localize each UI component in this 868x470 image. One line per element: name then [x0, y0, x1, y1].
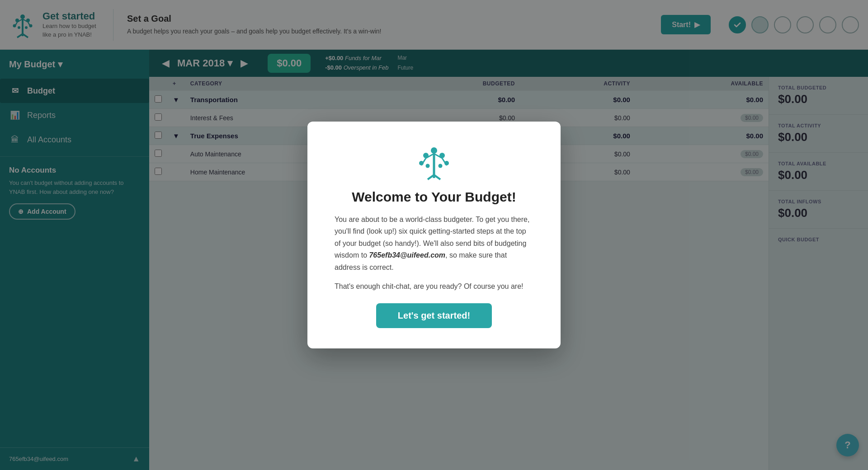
svg-point-20	[439, 164, 443, 168]
lets-get-started-button[interactable]: Let's get started!	[376, 303, 492, 328]
modal-logo-icon	[416, 144, 452, 180]
svg-point-14	[431, 147, 437, 154]
modal-ready-text: That's enough chit-chat, are you ready? …	[335, 282, 533, 291]
modal-body: You are about to be a world-class budget…	[335, 214, 533, 273]
welcome-modal: Welcome to Your Budget! You are about to…	[307, 122, 561, 348]
modal-title: Welcome to Your Budget!	[335, 189, 533, 205]
svg-point-19	[426, 164, 430, 168]
modal-overlay: Welcome to Your Budget! You are about to…	[0, 0, 868, 470]
modal-email: 765efb34@uifeed.com	[369, 251, 445, 259]
